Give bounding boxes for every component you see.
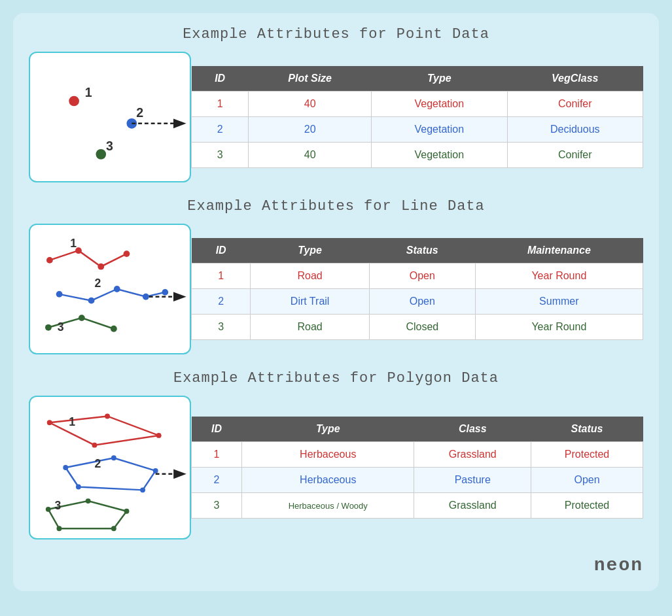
- poly1-label: 1: [69, 415, 75, 428]
- line-section-title: Example Attributes for Line Data: [29, 198, 643, 214]
- poly-row3-id: 3: [192, 493, 242, 519]
- poly3-v1: [46, 507, 51, 512]
- poly1-v1: [47, 420, 52, 425]
- neon-logo: neon: [29, 555, 643, 575]
- point-section-content: 1 2 3: [29, 52, 643, 182]
- poly1-v3: [156, 433, 162, 438]
- line-row1-status: Open: [369, 264, 475, 289]
- point-row2-id: 2: [192, 117, 249, 143]
- line2-mid2: [114, 286, 120, 292]
- poly3-v3: [124, 509, 130, 514]
- poly2-v2: [111, 455, 116, 460]
- point-section-title: Example Attributes for Point Data: [29, 26, 643, 43]
- line-data-section: Example Attributes for Line Data 1: [29, 198, 643, 354]
- table-row: 1 Herbaceous Grassland Protected: [192, 442, 643, 468]
- line-row2-id: 2: [192, 289, 251, 315]
- poly-th-class: Class: [414, 417, 531, 442]
- line3-label: 3: [58, 320, 64, 334]
- point-th-vegclass: VegClass: [507, 66, 643, 92]
- point-row1-id: 1: [192, 92, 249, 117]
- poly-row1-id: 1: [192, 442, 242, 468]
- table-row: 3 40 Vegetation Conifer: [192, 143, 643, 168]
- poly2-v4: [140, 487, 145, 492]
- point-table: ID Plot Size Type VegClass 1 40 Vegetati…: [191, 66, 643, 168]
- poly-row2-class: Pasture: [414, 468, 531, 493]
- polygon-map-box: 1 2: [29, 396, 191, 539]
- line-row3-maintenance: Year Round: [475, 315, 643, 340]
- poly3-v4: [111, 526, 116, 531]
- line-row1-type: Road: [251, 264, 370, 289]
- point-th-id: ID: [192, 66, 249, 92]
- line-th-id: ID: [192, 238, 251, 264]
- point-row3-type: Vegetation: [372, 143, 507, 168]
- table-row: 2 20 Vegetation Deciduous: [192, 117, 643, 143]
- poly-th-status: Status: [531, 417, 643, 442]
- poly2-v3: [153, 468, 158, 473]
- line-row2-maintenance: Summer: [475, 289, 643, 315]
- point-data-section: Example Attributes for Point Data 1 2 3: [29, 26, 643, 182]
- poly2-v1: [63, 465, 68, 470]
- poly-row1-class: Grassland: [414, 442, 531, 468]
- line-row3-id: 3: [192, 315, 251, 340]
- main-container: Example Attributes for Point Data 1 2 3: [13, 13, 659, 591]
- line3-end: [111, 326, 117, 332]
- point-th-plotsize: Plot Size: [249, 66, 372, 92]
- line2-end: [162, 289, 168, 296]
- line2-start: [56, 291, 63, 298]
- line2-mid1: [88, 298, 95, 304]
- poly-row3-type: Herbaceous / Woody: [242, 493, 414, 519]
- point-row1-vegclass: Conifer: [507, 92, 643, 117]
- point-map-box: 1 2 3: [29, 52, 191, 182]
- line3-start: [45, 324, 52, 331]
- point-row3-size: 40: [249, 143, 372, 168]
- line-row2-type: Dirt Trail: [251, 289, 370, 315]
- line-section-content: 1 2: [29, 224, 643, 354]
- table-row: 1 Road Open Year Round: [192, 264, 643, 289]
- line2-mid3: [143, 294, 149, 300]
- poly-row1-type: Herbaceous: [242, 442, 414, 468]
- point-row3-vegclass: Conifer: [507, 143, 643, 168]
- poly3-v5: [57, 526, 62, 531]
- line3-mid: [79, 315, 85, 321]
- line1-start: [46, 257, 53, 264]
- polygon-section-content: 1 2: [29, 396, 643, 539]
- line-th-type: Type: [251, 238, 370, 264]
- line-row2-status: Open: [369, 289, 475, 315]
- point-row1-size: 40: [249, 92, 372, 117]
- line1-mid2: [97, 264, 104, 270]
- line-map-svg: 1 2: [30, 225, 190, 353]
- poly-row3-status: Protected: [531, 493, 643, 519]
- line-map-box: 1 2: [29, 224, 191, 354]
- line2-polyline: [60, 289, 166, 301]
- line-row3-status: Closed: [369, 315, 475, 340]
- line-table-container: ID Type Status Maintenance 1 Road Open Y…: [191, 238, 643, 340]
- point1-dot: [69, 96, 79, 107]
- poly-th-id: ID: [192, 417, 242, 442]
- poly2-v5: [76, 485, 81, 490]
- line-th-maintenance: Maintenance: [475, 238, 643, 264]
- point2-label: 2: [136, 105, 143, 120]
- poly1-shape: [50, 416, 159, 445]
- line1-end: [124, 250, 130, 257]
- line-table: ID Type Status Maintenance 1 Road Open Y…: [191, 238, 643, 340]
- point-row2-type: Vegetation: [372, 117, 507, 143]
- poly2-label: 2: [94, 457, 101, 470]
- point-th-type: Type: [372, 66, 507, 92]
- line-row1-maintenance: Year Round: [475, 264, 643, 289]
- line1-polyline: [50, 250, 127, 267]
- table-row: 2 Dirt Trail Open Summer: [192, 289, 643, 315]
- line-row1-id: 1: [192, 264, 251, 289]
- point-table-container: ID Plot Size Type VegClass 1 40 Vegetati…: [191, 66, 643, 168]
- table-row: 2 Herbaceous Pasture Open: [192, 468, 643, 493]
- line2-label: 2: [94, 277, 101, 290]
- polygon-table: ID Type Class Status 1 Herbaceous Grassl…: [191, 417, 643, 519]
- polygon-map-svg: 1 2: [30, 397, 190, 538]
- point1-label: 1: [85, 85, 92, 99]
- line-row3-type: Road: [251, 315, 370, 340]
- point-row2-size: 20: [249, 117, 372, 143]
- point-row1-type: Vegetation: [372, 92, 507, 117]
- poly1-v4: [92, 443, 97, 448]
- poly3-label: 3: [55, 499, 62, 512]
- poly-row2-type: Herbaceous: [242, 468, 414, 493]
- poly1-v2: [105, 414, 110, 419]
